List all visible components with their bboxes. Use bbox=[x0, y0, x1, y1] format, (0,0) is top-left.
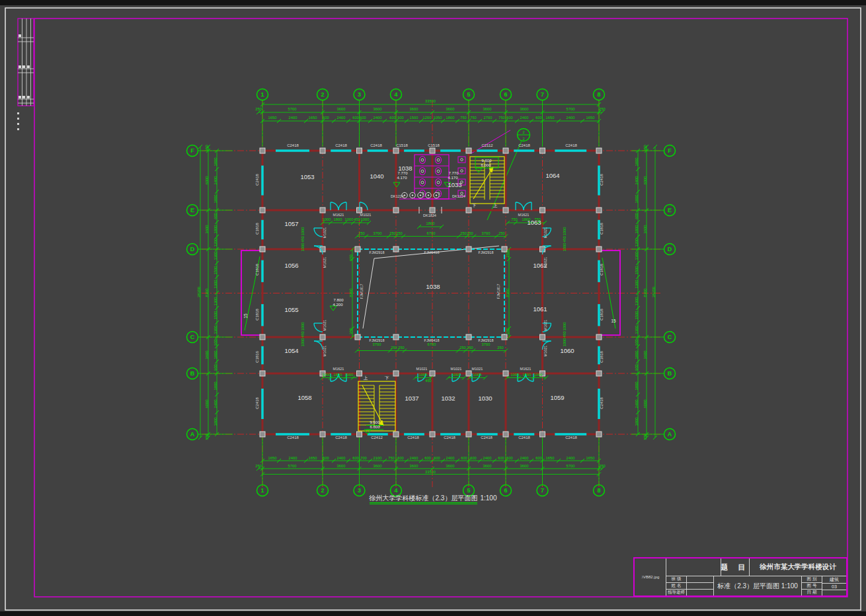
title-block: .\VB82.jpg 题 目 徐州市某大学学科楼设计 班 级 姓 名 指导老师 … bbox=[633, 557, 847, 597]
dim-label: 750 bbox=[498, 116, 505, 120]
axis-bubble-label: F bbox=[668, 147, 672, 154]
dim-label: 5700 bbox=[288, 464, 297, 468]
window-code: C1818 bbox=[600, 223, 604, 235]
dim-label: 3600 bbox=[337, 107, 346, 111]
dim-label: 700 bbox=[360, 456, 367, 460]
paper-background bbox=[0, 5, 866, 611]
dim-label: 33500 bbox=[425, 99, 436, 103]
dim-label: 1300 bbox=[635, 297, 639, 306]
window-code: C2418 bbox=[600, 397, 604, 409]
window-code: C2418 bbox=[255, 174, 259, 186]
level-text: 7.800 bbox=[333, 298, 344, 302]
dim-label: 2100 bbox=[374, 456, 382, 460]
column bbox=[430, 148, 435, 153]
dim-label: 600 bbox=[214, 213, 217, 219]
sign-strip-mark bbox=[22, 65, 25, 68]
dim-label: 2400 bbox=[635, 176, 639, 185]
column bbox=[466, 247, 471, 252]
window-code: C2418 bbox=[600, 174, 604, 186]
row-value bbox=[687, 583, 713, 590]
mark-text: 15 bbox=[611, 319, 616, 323]
dim-label: 1800 bbox=[446, 116, 455, 120]
dim-label: 2400 bbox=[374, 116, 382, 120]
column bbox=[260, 247, 265, 252]
level-text: 9.600 bbox=[481, 159, 492, 163]
column bbox=[596, 432, 602, 437]
dim-label: 600 bbox=[360, 116, 366, 120]
dim-label: 900 bbox=[214, 339, 217, 346]
subject-value: 徐州市某大学学科楼设计 bbox=[750, 558, 846, 576]
dim-label: 600 bbox=[506, 116, 513, 120]
column bbox=[430, 432, 435, 437]
column bbox=[540, 334, 545, 340]
dim-label: 2400 bbox=[289, 456, 297, 460]
dim-label: 5700 bbox=[567, 107, 575, 111]
window-code: C2418 bbox=[481, 436, 492, 440]
dim-label: 8300 bbox=[643, 289, 647, 297]
row-value bbox=[687, 590, 713, 596]
dim-label: 1300 bbox=[635, 326, 639, 334]
window-code: C1818 bbox=[600, 351, 604, 363]
column bbox=[502, 334, 507, 340]
column bbox=[320, 432, 325, 437]
dim-label: 1000 bbox=[563, 323, 567, 331]
basin bbox=[436, 195, 437, 196]
dim-label: 600 bbox=[461, 456, 467, 460]
dim-label: 3600 bbox=[205, 351, 209, 360]
door-code: M1621 bbox=[333, 367, 344, 371]
dim-label: 5700 bbox=[288, 107, 297, 111]
room-label: 1058 bbox=[297, 394, 311, 401]
room-label: 1056 bbox=[284, 262, 298, 269]
door-code: M1621 bbox=[518, 213, 530, 217]
dim-label: 600 bbox=[498, 456, 504, 460]
dim-label: 3600 bbox=[643, 225, 647, 234]
drawing-name: 标准（2.3）层平面图 1:100 bbox=[713, 576, 802, 596]
dim-label: 2400 bbox=[446, 456, 455, 460]
row-label: 指导老师 bbox=[666, 590, 686, 596]
axis-bubble-label: D bbox=[190, 246, 195, 252]
drawing-title-scale: 1:100 bbox=[480, 494, 496, 502]
window-code: C2418 bbox=[407, 436, 419, 440]
dim-label: 1650 bbox=[268, 456, 277, 460]
column bbox=[260, 208, 265, 213]
title-block-blank bbox=[666, 558, 721, 576]
dim-label: 450 bbox=[301, 236, 305, 243]
dim-label: 1800 bbox=[635, 418, 639, 426]
partition-code: FJM1817 bbox=[496, 284, 500, 299]
sign-strip-mark bbox=[19, 65, 21, 68]
dim-label: 1300 bbox=[214, 297, 217, 306]
dim-label: 33500 bbox=[425, 470, 436, 474]
dim-label: 900 bbox=[635, 339, 639, 346]
dim-label: 1800 bbox=[334, 217, 342, 221]
column bbox=[260, 148, 265, 153]
basin bbox=[404, 195, 405, 196]
column bbox=[355, 334, 360, 340]
dim-label: 250 bbox=[460, 231, 467, 235]
axis-bubble-label: E bbox=[190, 207, 194, 213]
dim-label: 1800 bbox=[635, 382, 639, 391]
column bbox=[503, 371, 508, 376]
door-code: M1621 bbox=[333, 213, 344, 217]
dim-label: 600 bbox=[323, 116, 329, 120]
column bbox=[503, 432, 508, 437]
window-code: C2418 bbox=[518, 436, 530, 440]
dim-label: 250 bbox=[497, 346, 504, 350]
column bbox=[502, 247, 507, 252]
dim-label: 1800 bbox=[522, 217, 531, 221]
basin bbox=[412, 195, 413, 196]
level-text: 6.000 bbox=[481, 163, 491, 167]
door-code: M1021 bbox=[451, 367, 462, 371]
dim-label: 250 bbox=[396, 231, 403, 235]
column bbox=[596, 148, 602, 153]
dim-label: 600 bbox=[535, 116, 542, 120]
axis-bubble-label: C bbox=[190, 334, 195, 340]
dim-label: 250 bbox=[255, 107, 262, 111]
level-text: 4.170 bbox=[448, 176, 458, 180]
dim-label: 1000 bbox=[301, 243, 305, 252]
row-label: 日 期 bbox=[802, 590, 822, 596]
dim-label: 1300 bbox=[214, 326, 217, 334]
title-block-lower: 班 级 姓 名 指导老师 标准（2.3）层平面图 1:100 图 别 图 号 日… bbox=[666, 576, 846, 596]
axis-bubble-label: A bbox=[190, 431, 195, 438]
dim-label: 3600 bbox=[520, 107, 529, 111]
window-code: C2418 bbox=[565, 143, 577, 147]
